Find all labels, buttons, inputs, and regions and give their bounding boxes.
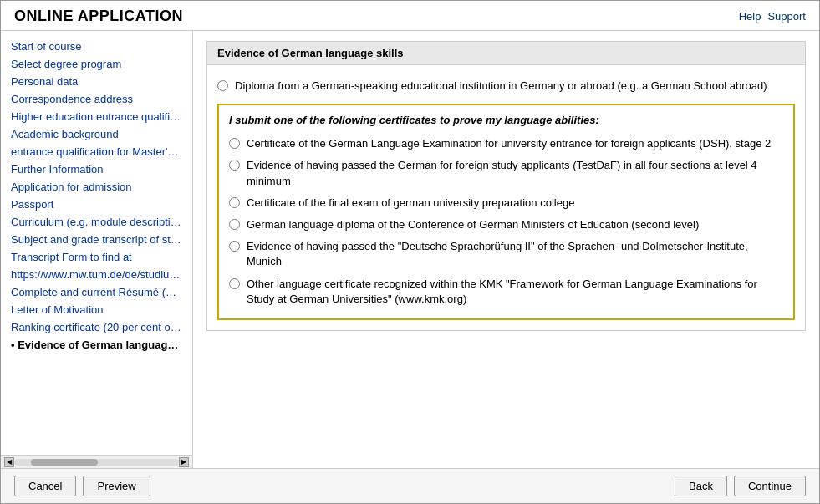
radio-label-6[interactable]: Other language certificate recognized wi… (247, 277, 783, 307)
radio-option-6: Other language certificate recognized wi… (229, 273, 783, 310)
scroll-right-arrow[interactable]: ▶ (179, 457, 189, 467)
preview-button[interactable]: Preview (83, 476, 150, 496)
radio-option-4: German language diploma of the Conferenc… (229, 214, 783, 236)
options-container: Certificate of the German Language Exami… (229, 133, 783, 310)
radio-option-3: Certificate of the final exam of german … (229, 192, 783, 214)
radio-input-1[interactable] (229, 138, 240, 149)
back-button[interactable]: Back (675, 476, 727, 496)
top-radio-input[interactable] (217, 80, 228, 91)
footer-right: Back Continue (675, 476, 806, 496)
radio-label-5[interactable]: Evidence of having passed the "Deutsche … (247, 239, 783, 269)
radio-input-3[interactable] (229, 197, 240, 208)
footer: Cancel Preview Back Continue (1, 468, 819, 503)
section-title: I submit one of the following certificat… (229, 114, 783, 126)
top-radio-label[interactable]: Diploma from a German-speaking education… (235, 79, 767, 94)
card-body: Diploma from a German-speaking education… (207, 65, 805, 330)
sidebar-item-entrance-qualification[interactable]: entrance qualification for Master's pro (1, 143, 192, 160)
sidebar-item-transcript-form[interactable]: Transcript Form to find at (1, 248, 192, 266)
radio-input-4[interactable] (229, 219, 240, 230)
header: Online Application Help Support (1, 1, 819, 31)
app-title: Online Application (14, 8, 183, 25)
scroll-left-arrow[interactable]: ◀ (4, 457, 14, 467)
sidebar-item-higher-education[interactable]: Higher education entrance qualificatio (1, 108, 192, 125)
card-header: Evidence of German language skills (207, 42, 805, 65)
footer-left: Cancel Preview (14, 476, 150, 496)
cancel-button[interactable]: Cancel (14, 476, 76, 496)
radio-input-6[interactable] (229, 278, 240, 289)
sidebar-item-academic-background[interactable]: Academic background (1, 125, 192, 143)
sidebar-scroll[interactable]: Start of courseSelect degree programPers… (1, 31, 192, 455)
radio-label-4[interactable]: German language diploma of the Conferenc… (247, 217, 699, 232)
radio-label-3[interactable]: Certificate of the final exam of german … (247, 196, 574, 211)
sidebar-item-resume[interactable]: Complete and current Résumé (CV) (1, 283, 192, 301)
main-layout: Start of courseSelect degree programPers… (1, 31, 819, 468)
sidebar-item-start-of-course[interactable]: Start of course (1, 38, 192, 55)
radio-option-2: Evidence of having passed the German for… (229, 155, 783, 191)
sidebar-item-select-degree-program[interactable]: Select degree program (1, 55, 192, 73)
sidebar-item-evidence-german[interactable]: Evidence of German language s (1, 336, 192, 354)
radio-input-5[interactable] (229, 241, 240, 252)
sidebar-item-personal-data[interactable]: Personal data (1, 73, 192, 90)
sidebar-item-correspondence-address[interactable]: Correspondence address (1, 90, 192, 108)
support-link[interactable]: Support (767, 10, 806, 23)
sidebar-item-application-for-admission[interactable]: Application for admission (1, 178, 192, 196)
main-card: Evidence of German language skills Diplo… (206, 41, 806, 331)
sidebar: Start of courseSelect degree programPers… (1, 31, 193, 468)
sidebar-item-passport[interactable]: Passport (1, 196, 192, 213)
header-links: Help Support (739, 10, 806, 23)
sidebar-item-curriculum[interactable]: Curriculum (e.g. module description) (1, 213, 192, 231)
top-radio-option: Diploma from a German-speaking education… (217, 75, 795, 97)
sidebar-item-transcript-url[interactable]: https://www.mw.tum.de/de/studium/st (1, 266, 192, 283)
scrollbar-thumb (31, 459, 98, 466)
sidebar-item-letter-of-motivation[interactable]: Letter of Motivation (1, 301, 192, 318)
content-area: Evidence of German language skills Diplo… (193, 31, 819, 468)
sidebar-scrollbar: ◀ ▶ (1, 455, 192, 468)
radio-label-2[interactable]: Evidence of having passed the German for… (247, 158, 783, 188)
sidebar-item-ranking-certificate[interactable]: Ranking certificate (20 per cent of be (1, 318, 192, 336)
radio-label-1[interactable]: Certificate of the German Language Exami… (247, 136, 771, 151)
radio-option-5: Evidence of having passed the "Deutsche … (229, 236, 783, 272)
radio-input-2[interactable] (229, 160, 240, 171)
scrollbar-track (14, 459, 179, 466)
yellow-section: I submit one of the following certificat… (217, 104, 795, 320)
sidebar-item-subject-grade-transcript[interactable]: Subject and grade transcript of studie (1, 231, 192, 248)
sidebar-item-further-information[interactable]: Further Information (1, 160, 192, 178)
help-link[interactable]: Help (739, 10, 761, 23)
radio-option-1: Certificate of the German Language Exami… (229, 133, 783, 155)
continue-button[interactable]: Continue (734, 476, 806, 496)
